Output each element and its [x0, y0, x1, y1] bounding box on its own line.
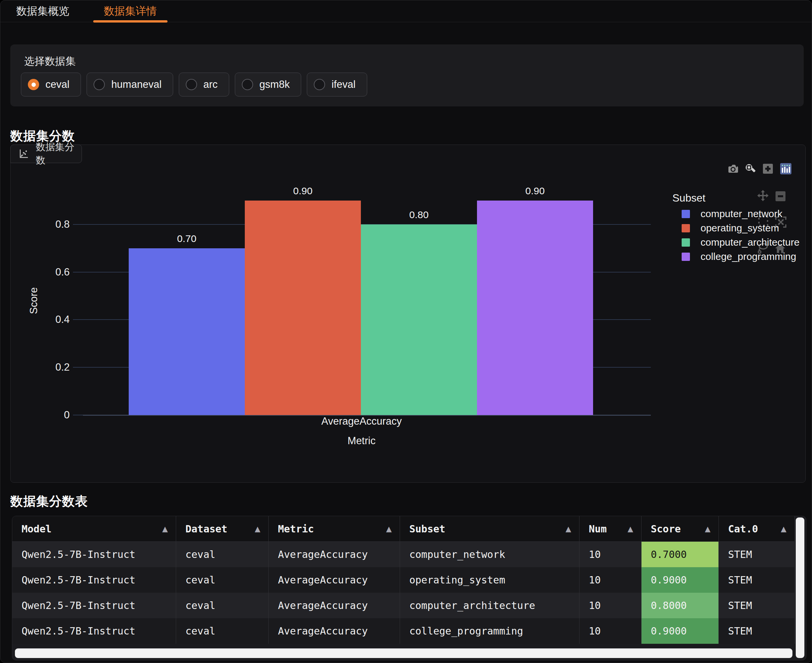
column-header-metric[interactable]: Metric▲	[269, 516, 400, 542]
column-header-label: Cat.0	[728, 523, 758, 535]
radio-unselected-icon[interactable]	[314, 79, 325, 90]
table-cell: 10	[579, 593, 642, 618]
bar-college_programming[interactable]	[477, 201, 593, 415]
bar-computer_network[interactable]	[129, 248, 245, 415]
score-cell: 0.8000	[642, 593, 719, 618]
sort-asc-icon[interactable]: ▲	[781, 525, 786, 533]
x-tick-label: AverageAccuracy	[321, 416, 402, 427]
dataset-selector-label: 选择数据集	[24, 54, 76, 68]
table-cell: STEM	[719, 542, 795, 567]
sort-asc-icon[interactable]: ▲	[566, 525, 571, 533]
y-tick-mark	[73, 367, 83, 368]
y-tick-label: 0.8	[30, 218, 70, 230]
radio-selected-icon[interactable]	[28, 79, 39, 90]
score-cell: 0.9000	[642, 567, 719, 593]
legend-item-label: operating_system	[700, 222, 779, 234]
table-cell: Qwen2.5-7B-Instruct	[12, 542, 176, 567]
column-header-label: Metric	[278, 523, 314, 535]
column-header-label: Score	[651, 523, 681, 535]
column-header-label: Subset	[409, 523, 445, 535]
y-tick-label: 0	[30, 409, 70, 421]
table-cell: AverageAccuracy	[269, 542, 400, 567]
sort-asc-icon[interactable]: ▲	[627, 525, 633, 533]
radio-option-label: humaneval	[111, 79, 162, 91]
sort-asc-icon[interactable]: ▲	[705, 525, 710, 533]
table-cell: STEM	[719, 618, 795, 644]
column-header-dataset[interactable]: Dataset▲	[176, 516, 269, 542]
dataset-radio-gsm8k[interactable]: gsm8k	[235, 73, 301, 97]
column-header-cat-0[interactable]: Cat.0▲	[719, 516, 795, 542]
legend-swatch-icon	[682, 210, 690, 218]
tab-dataset-details[interactable]: 数据集详情	[93, 0, 167, 22]
y-tick-mark	[73, 224, 83, 225]
bar-operating_system[interactable]	[245, 201, 361, 415]
table-cell: ceval	[176, 542, 269, 567]
radio-option-label: ifeval	[331, 79, 355, 91]
bar-value-label: 0.70	[177, 233, 196, 244]
table-cell: ceval	[176, 618, 269, 644]
horizontal-scrollbar[interactable]	[15, 648, 793, 658]
tab-dataset-overview[interactable]: 数据集概览	[13, 0, 73, 22]
radio-option-label: gsm8k	[259, 79, 290, 91]
table-section-title: 数据集分数表	[10, 493, 88, 510]
radio-unselected-icon[interactable]	[94, 79, 105, 90]
column-header-subset[interactable]: Subset▲	[400, 516, 579, 542]
dataset-radio-ifeval[interactable]: ifeval	[307, 73, 367, 97]
y-axis-title: Score	[28, 288, 40, 314]
dataset-radio-ceval[interactable]: ceval	[21, 73, 81, 97]
radio-unselected-icon[interactable]	[242, 79, 253, 90]
sort-asc-icon[interactable]: ▲	[386, 525, 392, 533]
y-tick-label: 0.4	[30, 314, 70, 325]
legend-item-label: computer_architecture	[700, 237, 799, 248]
column-header-score[interactable]: Score▲	[642, 516, 719, 542]
bar-computer_architecture[interactable]	[361, 225, 477, 415]
active-tab-underline	[93, 20, 167, 23]
table-row[interactable]: Qwen2.5-7B-InstructcevalAverageAccuracyc…	[12, 618, 795, 644]
table-cell: Qwen2.5-7B-Instruct	[12, 567, 176, 593]
table-row[interactable]: Qwen2.5-7B-InstructcevalAverageAccuracyc…	[12, 593, 795, 618]
table-row[interactable]: Qwen2.5-7B-InstructcevalAverageAccuracyc…	[12, 542, 795, 567]
table-cell: 10	[579, 618, 642, 644]
legend-item-label: college_programming	[700, 251, 796, 262]
table-row[interactable]: Qwen2.5-7B-InstructcevalAverageAccuracyo…	[12, 567, 795, 593]
table-cell: STEM	[719, 593, 795, 618]
app-window: 数据集概览 数据集详情 选择数据集 cevalhumanevalarcgsm8k…	[0, 0, 812, 663]
y-tick-mark	[73, 272, 83, 272]
legend-item-operating_system[interactable]: operating_system	[673, 222, 779, 234]
table-cell: STEM	[719, 567, 795, 593]
table-header-row: Model▲Dataset▲Metric▲Subset▲Num▲Score▲Ca…	[12, 516, 795, 542]
chart-card: 数据集分数	[10, 144, 806, 483]
table-cell: college_programming	[400, 618, 579, 644]
table-cell: Qwen2.5-7B-Instruct	[12, 593, 176, 618]
legend-item-computer_architecture[interactable]: computer_architecture	[673, 236, 799, 248]
table-cell: computer_network	[400, 542, 579, 567]
sort-asc-icon[interactable]: ▲	[162, 525, 168, 533]
tab-label: 数据集概览	[16, 4, 69, 19]
vertical-scrollbar[interactable]	[796, 517, 804, 658]
bar-value-label: 0.90	[525, 185, 545, 197]
dataset-radio-humaneval[interactable]: humaneval	[87, 73, 173, 97]
scores-table: Model▲Dataset▲Metric▲Subset▲Num▲Score▲Ca…	[12, 516, 806, 660]
table-cell: operating_system	[400, 567, 579, 593]
y-tick-mark	[73, 415, 83, 416]
radio-option-label: arc	[203, 79, 217, 91]
column-header-num[interactable]: Num▲	[579, 516, 642, 542]
dataset-selector-panel: 选择数据集 cevalhumanevalarcgsm8kifeval	[10, 44, 804, 107]
score-cell: 0.7000	[642, 542, 719, 567]
bar-value-label: 0.90	[293, 185, 313, 197]
chart-legend: Subset computer_networkoperating_systemc…	[673, 192, 812, 204]
legend-swatch-icon	[682, 252, 690, 261]
table-cell: AverageAccuracy	[269, 593, 400, 618]
table-cell: Qwen2.5-7B-Instruct	[12, 618, 176, 644]
legend-item-college_programming[interactable]: college_programming	[673, 251, 796, 262]
dataset-radio-group: cevalhumanevalarcgsm8kifeval	[21, 73, 367, 97]
legend-item-computer_network[interactable]: computer_network	[673, 208, 783, 220]
column-header-model[interactable]: Model▲	[12, 516, 176, 542]
tab-bar: 数据集概览 数据集详情	[0, 0, 812, 22]
sort-asc-icon[interactable]: ▲	[255, 525, 260, 533]
legend-item-label: computer_network	[700, 208, 783, 220]
dataset-radio-arc[interactable]: arc	[179, 73, 229, 97]
radio-option-label: ceval	[45, 79, 69, 91]
table-cell: AverageAccuracy	[269, 618, 400, 644]
radio-unselected-icon[interactable]	[186, 79, 197, 90]
